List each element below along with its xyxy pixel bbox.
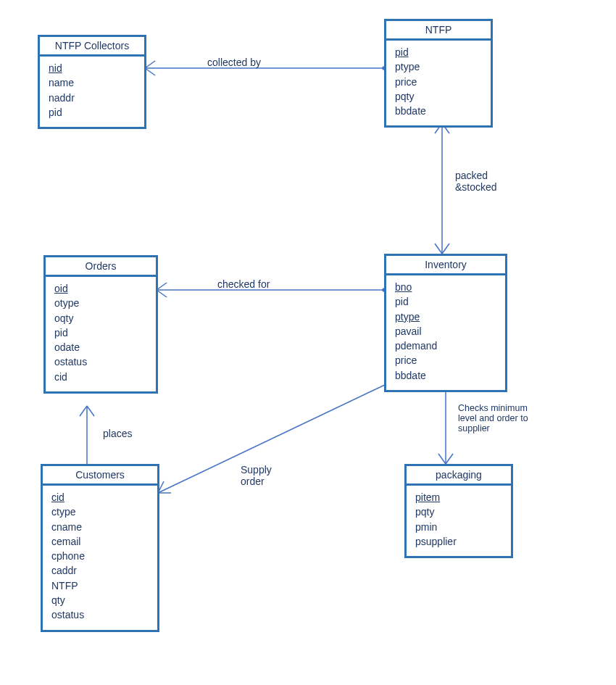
entity-ntfp-collectors: NTFP Collectors nid name naddr pid [38, 35, 146, 129]
attr: ctype [51, 505, 150, 519]
svg-line-21 [446, 454, 453, 464]
attr: ostatus [54, 354, 149, 369]
entity-title: Inventory [386, 256, 505, 275]
entity-title: NTFP [386, 21, 491, 41]
attr: oid [54, 281, 149, 296]
entity-title: packaging [407, 466, 511, 486]
entity-inventory: Inventory bno pid ptype pavail pdemand p… [384, 254, 507, 392]
svg-line-14 [80, 406, 87, 416]
rel-places: places [103, 428, 132, 439]
attr: odate [54, 340, 149, 354]
attr: cid [51, 490, 150, 505]
attr: bbdate [395, 104, 483, 118]
attr: ostatus [51, 607, 150, 622]
entity-orders: Orders oid otype oqty pid odate ostatus … [43, 255, 158, 394]
attr: price [395, 353, 498, 368]
svg-line-1 [145, 61, 155, 68]
rel-packed-stocked: packed &stocked [455, 170, 497, 193]
entity-title: Orders [46, 257, 156, 277]
attr: cphone [51, 549, 150, 563]
entity-attrs: oid otype oqty pid odate ostatus cid [46, 277, 156, 391]
entity-title: NTFP Collectors [40, 37, 144, 57]
attr: pqty [415, 505, 504, 519]
er-diagram: { "entities": { "ntfp_collectors": { "ti… [0, 0, 616, 685]
attr: cname [51, 520, 150, 534]
attr: qty [51, 593, 150, 607]
rel-checks-min: Checks minimum level and order to suppli… [458, 403, 528, 433]
attr: cemail [51, 534, 150, 549]
attr: bno [395, 280, 498, 294]
attr: pid [49, 105, 137, 120]
entity-attrs: cid ctype cname cemail cphone caddr NTFP… [43, 486, 157, 630]
attr: ptype [395, 310, 498, 324]
entity-customers: Customers cid ctype cname cemail cphone … [41, 464, 159, 632]
attr: name [49, 75, 137, 90]
attr: pid [54, 325, 149, 340]
attr: pmin [415, 520, 504, 534]
svg-line-16 [158, 384, 386, 493]
entity-attrs: pid ptype price pqty bbdate [386, 41, 491, 125]
attr: ptype [395, 59, 483, 74]
rel-checked-for: checked for [217, 278, 270, 290]
svg-line-5 [157, 283, 167, 290]
svg-line-20 [438, 454, 446, 464]
attr: cid [54, 370, 149, 384]
attr: naddr [49, 91, 137, 105]
svg-line-10 [442, 244, 449, 254]
entity-attrs: bno pid ptype pavail pdemand price bbdat… [386, 275, 505, 390]
entity-ntfp: NTFP pid ptype price pqty bbdate [384, 19, 493, 128]
entity-attrs: nid name naddr pid [40, 57, 144, 127]
rel-collected-by: collected by [207, 57, 261, 68]
attr: oqty [54, 311, 149, 325]
attr: caddr [51, 563, 150, 578]
attr: otype [54, 296, 149, 310]
attr: price [395, 75, 483, 89]
attr: bbdate [395, 368, 498, 383]
entity-packaging: packaging pitem pqty pmin psupplier [404, 464, 513, 558]
rel-supply-order: Supply order [241, 464, 272, 487]
attr: nid [49, 61, 137, 75]
attr: pavail [395, 324, 498, 339]
svg-line-6 [157, 290, 167, 297]
entity-title: Customers [43, 466, 157, 486]
attr: pqty [395, 89, 483, 104]
svg-line-9 [435, 244, 442, 254]
svg-line-15 [87, 406, 94, 416]
attr: NTFP [51, 578, 150, 593]
attr: pdemand [395, 339, 498, 353]
svg-line-2 [145, 68, 155, 75]
attr: pitem [415, 490, 504, 505]
attr: psupplier [415, 534, 504, 549]
attr: pid [395, 45, 483, 59]
attr: pid [395, 294, 498, 309]
entity-attrs: pitem pqty pmin psupplier [407, 486, 511, 556]
